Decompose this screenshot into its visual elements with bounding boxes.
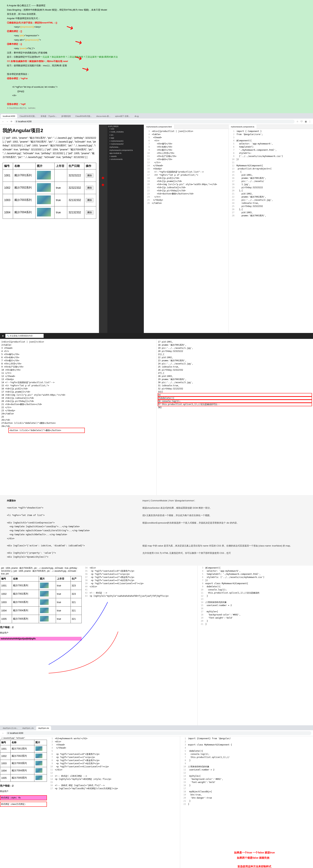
tab[interactable]: day01pm.xls (36, 726, 51, 730)
star-anno: ✦ (101, 175, 105, 181)
menu-icon[interactable]: ⋮ (309, 120, 311, 123)
delete-button[interactable]: 删除 (86, 174, 93, 178)
code-editor[interactable]: 1<div>{{productlist | json}}</div>2<tabl… (0, 339, 157, 495)
back-icon[interactable]: ← (2, 120, 4, 123)
level-label: 黄金用户 (0, 790, 47, 793)
note-line: Data Bingding：把脚本中的数据(称为 Model 模型)，绑定到HT… (7, 8, 306, 12)
tab[interactable]: dk-jg (132, 114, 141, 118)
annotation: 如果两个都是false 就都失效 (237, 856, 269, 860)
star-anno: ✦ (101, 182, 105, 188)
url-bar: ← → ⟳ ① localhost:4200 ☆ 🛡 ▦ ⋮ (0, 119, 313, 125)
note-title: 6.Angular 核心概念之三 —— 数据绑定 (7, 3, 306, 8)
delete-button[interactable]: 删除 (86, 198, 93, 202)
th: 上市否 (55, 163, 67, 169)
section-5: pid : 1004, pname : 戴尔7004系列 , pic : ../… (0, 566, 313, 725)
ext-icon[interactable]: ▦ (304, 120, 307, 123)
delete-button[interactable]: 删除 (86, 210, 93, 215)
browser-panel: ../../assets/5.jpg", "isOnsale": 编号 名称 图… (0, 736, 47, 868)
tab[interactable]: xplore基于 信测... (113, 114, 132, 119)
code-editor[interactable]: 1import { Component } 2from '@angular/co… (229, 129, 313, 333)
taskbar-search[interactable]: 🔍 在这里输入你要搜索的内容 (5, 334, 44, 338)
page-title: 我的Angular项目2 (3, 127, 96, 134)
browser-tabs: day01pm-(1).do... day01pm-.xlx day01pm.x… (0, 725, 313, 730)
docs-heading: 内置指令 (7, 499, 16, 502)
section-2: 我的Angular项目2 [ { "pid": 1001, "pname": "… (0, 125, 313, 333)
forward-icon[interactable]: → (6, 120, 9, 123)
code-editor[interactable]: 1<h2>myhomework works!</h2>2<div>3 <thea… (47, 736, 180, 868)
file-explorer[interactable]: EXPLORER > e2e> node_modulesv src v app … (107, 125, 144, 333)
th: 编号 (0, 576, 12, 581)
editor-tabs: myhomework.component.html (144, 125, 228, 129)
code-editor[interactable]: 3<div>{{productlist | json}}</div>4<tabl… (144, 129, 228, 333)
note-line: 练习：使用数据绑定实现图片切换：mvc11，简历网/类 星期 (7, 64, 306, 68)
code-line: <li *ngFor="let tmp of sconkList; let i=… (7, 85, 306, 89)
product-table: 编号 名称 图片 上市否 生产 1001戴尔7001系列true3231002戴… (0, 576, 82, 623)
tab[interactable]: Class和Str样式期... (73, 114, 94, 119)
browser-tabs: localhost:4200 Class和Str样式期... 装饰器 《Type… (0, 113, 313, 119)
user-level: 用户等级：2 (0, 784, 47, 787)
code-line: {{tmp}} (7, 89, 306, 94)
style-bind-2: 样式绑定（class方式绑定） (0, 802, 47, 807)
url-input[interactable]: ① localhost:4200 (14, 120, 294, 123)
styled-text: wahahahahahfdktfjjasfjaafjfdfjhgffs (0, 637, 82, 641)
section-3: 1<div>{{productlist | json}}</div>2<tabl… (0, 339, 313, 495)
method-1: ①插值表达式/大胡子语法：绑定到innerHTML：{} (7, 21, 306, 25)
method-3: ③事件绑定：() (7, 42, 306, 46)
docs-section: 内置指令import { CommonModule } from '@angul… (0, 495, 313, 566)
tab[interactable]: localhost:4200 (1, 114, 17, 118)
reload-icon[interactable]: ⟳ (10, 120, 13, 123)
json-display: [ { "pid": 1001, "pname": "戴尔7001系列", "p… (3, 136, 96, 159)
note-line: 指令绑定的使用场合： (7, 72, 306, 76)
code-line: <any (event)="fn( )"> (7, 46, 306, 51)
editor-tab[interactable]: myhomework.component.html (144, 125, 174, 129)
user-level: 用户等级：2 (0, 626, 82, 629)
code-editor[interactable]: 34<div>35 <p *ngIf="userLevel==0">普通用户</… (82, 566, 197, 725)
shield-icon[interactable]: 🛡 (300, 120, 303, 123)
vscode-editor: EXPLORER > e2e> node_modulesv src v app … (99, 125, 313, 333)
tab[interactable]: 参考数现有 (59, 114, 73, 119)
th: 图片 (36, 163, 55, 169)
th: 上市否 (56, 576, 70, 581)
method-4: ④指令绑定：*ngFor (7, 76, 306, 81)
annotation: 如果是一个true 一个false 就该true (234, 851, 275, 854)
th: 生产日期 (67, 163, 84, 169)
note-warning: !!!! 自增/自减操作符！赋值操作/复制=；纯this不能出现 new/ (7, 59, 306, 64)
browser-content: 我的Angular项目2 [ { "pid": 1001, "pname": "… (0, 125, 99, 333)
th: 生产 (70, 576, 82, 581)
back-icon[interactable]: ← (2, 732, 4, 735)
tab[interactable]: Class和Str样式期... (18, 114, 38, 119)
delete-button[interactable]: 删除 (86, 186, 93, 190)
note-foot: ⑥.Class和Style-绑定方法。lastIndex; (7, 106, 306, 110)
tab[interactable]: discus-tests-新... (94, 114, 113, 119)
browser-panel: pid : 1004, pname : 戴尔7004系列 , pic : ../… (0, 566, 82, 725)
tab[interactable]: 装饰器 《TypeSc... (38, 114, 59, 119)
code-editor[interactable]: 17 pid:1001,18 pname:'戴尔7001系列',19 pic:'… (157, 339, 313, 495)
th: 操作 (84, 163, 96, 169)
level-label: 黄金用户 (0, 631, 82, 634)
method-2: ②属性绑定：[] (7, 29, 306, 33)
th: 编号 (3, 163, 13, 169)
tab[interactable]: day01pm-.xlx (20, 726, 36, 730)
section-6: ../../assets/5.jpg", "isOnsale": 编号 名称 图… (0, 736, 313, 868)
code-editor[interactable]: 3@Component({4 selector: 'app-myhomework… (198, 566, 313, 725)
json-snippet: pid : 1004, pname : 戴尔7004系列 , pic : ../… (0, 566, 82, 576)
code-line: <any>{{expression}}</any> (7, 25, 306, 29)
code-line: <any [attr]="expression"> (7, 33, 306, 38)
editor-tab[interactable]: myhomework.component.ts (229, 125, 257, 129)
code-editor[interactable]: 1import {Component} from '@angular/23exp… (180, 736, 313, 868)
style-bind-1: 样式绑定（style）-fls (0, 795, 47, 800)
notes-section: ↘ ↘ ↘ ↘ 6.Angular 核心概念之三 —— 数据绑定 Data Bi… (0, 0, 313, 113)
tab[interactable]: day01pm-(1).do... (1, 726, 20, 730)
th: 编号 (0, 740, 10, 745)
note-line: 提示：仅数据绑定中可以使用ts中一元运算？加运算操作符？二目运算操作符？三目运算… (7, 55, 306, 59)
note-line: 发生改变，则 View 自动更新。 (7, 12, 306, 16)
th: 名称 (13, 163, 36, 169)
star-icon[interactable]: ☆ (296, 120, 299, 123)
th: 名称 (10, 740, 34, 745)
activity-bar[interactable] (99, 125, 107, 333)
start-icon[interactable]: ⊞ (0, 335, 5, 337)
th: 名称 (12, 576, 39, 581)
docs-import: import { CommonModule } from '@angular/c… (142, 499, 306, 503)
url-input[interactable]: ① localhost:4200 (6, 731, 311, 735)
product-table: 编号 名称 图片 上市否 生产日期 操作 1001戴尔7001系列3232322… (3, 163, 96, 219)
